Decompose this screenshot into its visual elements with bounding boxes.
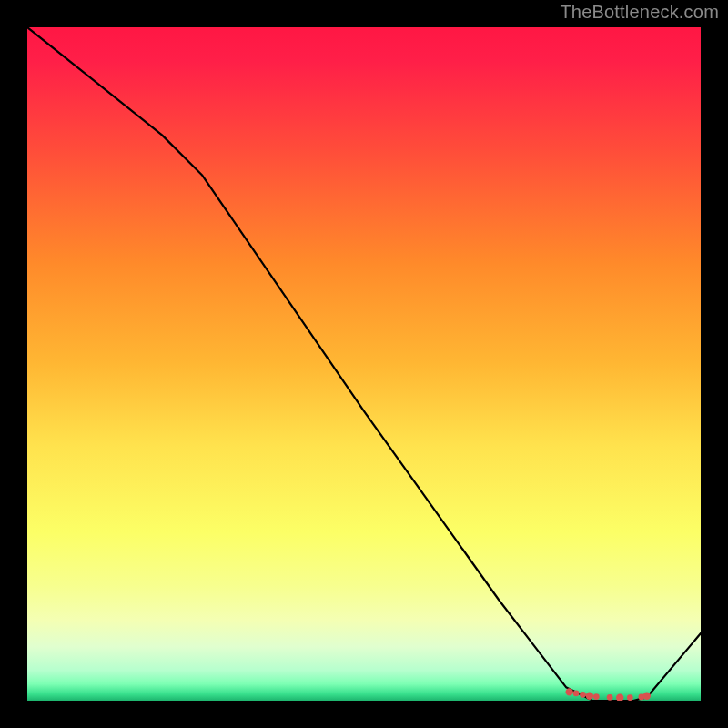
optimal-dot bbox=[580, 692, 586, 698]
plot-area bbox=[27, 27, 701, 701]
gradient-background bbox=[27, 27, 701, 701]
optimal-dot bbox=[643, 693, 651, 700]
chart-frame: TheBottleneck.com bbox=[0, 0, 728, 728]
optimal-dot bbox=[607, 694, 613, 701]
optimal-dot bbox=[566, 688, 573, 695]
chart-svg bbox=[27, 27, 701, 701]
optimal-dot bbox=[573, 690, 580, 696]
optimal-dot bbox=[593, 693, 600, 700]
attribution-label: TheBottleneck.com bbox=[560, 2, 719, 23]
optimal-dot bbox=[627, 694, 633, 701]
optimal-dot bbox=[586, 693, 593, 700]
